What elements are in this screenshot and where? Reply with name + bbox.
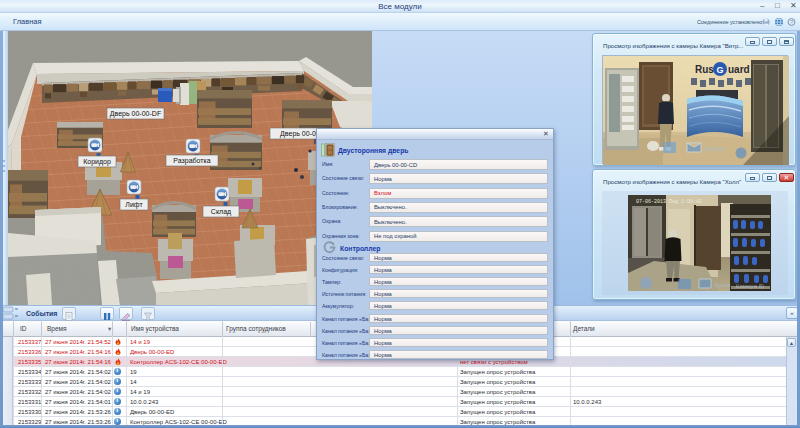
svg-text:uard: uard bbox=[728, 64, 750, 75]
svg-text:07-06-2013 Пнд 1:08:42: 07-06-2013 Пнд 1:08:42 bbox=[636, 199, 702, 205]
svg-text:Rus: Rus bbox=[695, 64, 714, 75]
svg-text:G: G bbox=[717, 65, 724, 75]
svg-text:Камера 8): Камера 8) bbox=[736, 283, 764, 289]
svg-text:Архив: Архив bbox=[714, 282, 731, 288]
svg-text:Архив: Архив bbox=[705, 145, 724, 153]
